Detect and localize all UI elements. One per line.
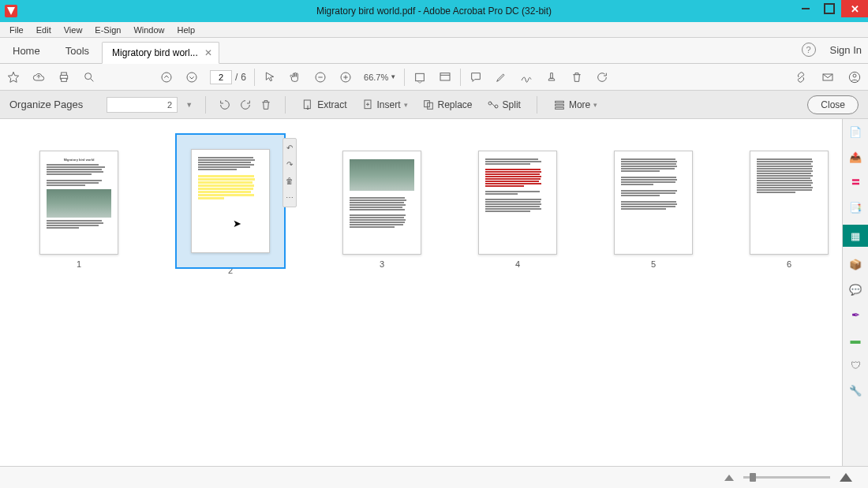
link-icon[interactable] (794, 70, 808, 84)
zoom-dropdown[interactable]: 66.7% ▼ (364, 73, 396, 82)
mail-icon[interactable] (821, 70, 835, 84)
svg-rect-19 (556, 107, 564, 109)
svg-rect-18 (556, 104, 564, 106)
rotate-cw-icon[interactable] (239, 99, 252, 111)
separator (285, 96, 286, 114)
dropdown-icon[interactable]: ▼ (185, 101, 193, 109)
page-thumbnail[interactable]: 6 (750, 151, 829, 275)
replace-button[interactable]: Replace (419, 97, 476, 113)
redact-icon[interactable]: ▬ (847, 332, 863, 348)
page-down-icon[interactable] (185, 70, 199, 84)
app-icon (5, 5, 17, 17)
thumb-rotate-cw-icon[interactable]: ↷ (286, 160, 293, 169)
separator (254, 69, 255, 86)
trash-icon[interactable] (570, 70, 584, 84)
separator (404, 69, 405, 86)
svg-rect-17 (556, 101, 564, 102)
page-thumbnail[interactable]: 4 (478, 151, 557, 275)
page-thumbnail[interactable]: Migratory bird world 1 (39, 151, 118, 275)
svg-rect-13 (304, 100, 310, 109)
extract-button[interactable]: Extract (298, 97, 350, 113)
close-window-button[interactable] (841, 0, 868, 17)
tab-tools[interactable]: Tools (53, 39, 102, 63)
print-icon[interactable] (57, 70, 71, 84)
svg-point-5 (187, 73, 196, 82)
tab-document[interactable]: Migratory bird worl... ✕ (102, 42, 219, 64)
page-number: 4 (515, 259, 520, 269)
zoom-small-icon[interactable] (724, 475, 734, 481)
zoom-slider[interactable] (743, 476, 830, 479)
svg-rect-8 (416, 73, 425, 80)
organize-pages-icon[interactable]: ▦ (843, 225, 869, 247)
page-thumbnail-selected[interactable]: ➤ ↶ ↷ 🗑 ⋯ 2 (175, 133, 286, 275)
maximize-button[interactable] (817, 0, 841, 17)
page-thumbnail[interactable]: 5 (614, 151, 693, 275)
title-bar: Migratory bird world.pdf - Adobe Acrobat… (0, 0, 868, 22)
compress-icon[interactable]: 📦 (847, 256, 863, 272)
zoom-out-icon[interactable] (313, 70, 327, 84)
edit-pdf-icon[interactable]: 〓 (847, 174, 863, 190)
insert-button[interactable]: Insert▾ (358, 97, 411, 113)
page-number: 1 (77, 259, 81, 269)
thumb-delete-icon[interactable]: 🗑 (286, 177, 294, 185)
comment-icon[interactable] (469, 70, 483, 84)
thumbnail-hover-tools: ↶ ↷ 🗑 ⋯ (282, 138, 297, 207)
separator (460, 69, 461, 86)
page-current-input[interactable] (210, 70, 232, 84)
help-icon[interactable]: ? (802, 43, 816, 57)
thumb-rotate-ccw-icon[interactable]: ↶ (286, 143, 293, 152)
star-icon[interactable] (6, 70, 21, 84)
menu-view[interactable]: View (58, 24, 89, 36)
thumb-more-icon[interactable]: ⋯ (286, 193, 294, 202)
tab-close-icon[interactable]: ✕ (204, 47, 212, 58)
sign-icon[interactable] (519, 70, 533, 84)
menu-file[interactable]: File (3, 24, 30, 36)
svg-rect-9 (440, 73, 450, 80)
tab-bar: Home Tools Migratory bird worl... ✕ ? Si… (0, 38, 868, 64)
page-display-icon[interactable] (438, 70, 452, 84)
svg-rect-1 (62, 73, 67, 75)
rotate-icon[interactable] (595, 70, 609, 84)
protect-icon[interactable]: 🛡 (847, 357, 863, 373)
tab-home[interactable]: Home (0, 39, 53, 63)
sign-in-link[interactable]: Sign In (830, 44, 862, 56)
hand-icon[interactable] (288, 70, 302, 84)
thumbnail-area: Migratory bird world 1 ➤ ↶ (0, 119, 842, 466)
comment-tool-icon[interactable]: 💬 (847, 281, 863, 297)
svg-point-4 (162, 73, 171, 82)
page-number: 5 (651, 259, 656, 269)
rotate-ccw-icon[interactable] (219, 99, 231, 111)
profile-icon[interactable] (847, 70, 862, 84)
more-tools-icon[interactable]: 🔧 (847, 382, 863, 398)
zoom-in-icon[interactable] (339, 70, 353, 84)
page-sep: / (235, 72, 238, 83)
export-pdf-icon[interactable]: 📤 (847, 149, 863, 165)
more-button[interactable]: More▾ (550, 97, 600, 113)
highlight-icon[interactable] (494, 70, 508, 84)
search-icon[interactable] (82, 70, 96, 84)
organize-page-input[interactable] (107, 97, 178, 113)
close-organize-button[interactable]: Close (807, 95, 859, 114)
stamp-icon[interactable] (544, 70, 559, 84)
svg-rect-15 (424, 100, 429, 106)
menu-help[interactable]: Help (171, 24, 202, 36)
page-number-control: / 6 (210, 70, 246, 84)
combine-icon[interactable]: 📑 (847, 199, 863, 215)
menu-edit[interactable]: Edit (30, 24, 58, 36)
right-tools-sidebar: 📄 📤 〓 📑 ▦ 📦 💬 ✒ ▬ 🛡 🔧 (842, 119, 868, 466)
page-up-icon[interactable] (159, 70, 174, 84)
zoom-large-icon[interactable] (840, 473, 852, 482)
bottom-zoom-bar (0, 466, 868, 488)
fill-sign-icon[interactable]: ✒ (847, 307, 863, 322)
cloud-upload-icon[interactable] (32, 70, 46, 84)
menu-window[interactable]: Window (127, 24, 170, 36)
create-pdf-icon[interactable]: 📄 (847, 124, 863, 140)
page-thumbnail[interactable]: 3 (342, 151, 421, 275)
fit-width-icon[interactable] (413, 70, 427, 84)
cursor-icon[interactable] (263, 70, 277, 84)
menu-esign[interactable]: E-Sign (88, 24, 127, 36)
delete-page-icon[interactable] (260, 99, 272, 111)
split-button[interactable]: Split (484, 97, 524, 113)
page1-title: Migratory bird world (47, 158, 111, 162)
minimize-button[interactable] (794, 0, 817, 17)
